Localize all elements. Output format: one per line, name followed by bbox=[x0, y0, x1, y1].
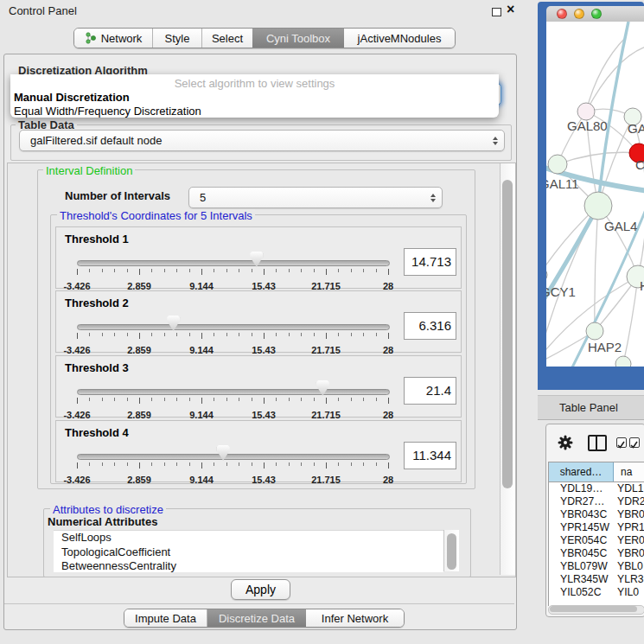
combo-stepper-icon bbox=[487, 134, 504, 148]
network-edge[interactable] bbox=[558, 152, 639, 164]
network-window-titlebar[interactable] bbox=[546, 6, 644, 22]
network-edge[interactable] bbox=[623, 277, 638, 364]
tab-impute-data[interactable]: Impute Data bbox=[124, 609, 207, 627]
columns-icon[interactable] bbox=[588, 435, 607, 451]
slider-tick-labels: -3.4262.8599.14415.4321.71528 bbox=[56, 339, 402, 349]
attributes-list-scrollbar[interactable] bbox=[443, 530, 459, 571]
dropdown-option-manual[interactable]: Manual Discretization bbox=[14, 91, 130, 104]
network-node-label: HAP2 bbox=[588, 340, 622, 354]
network-node-label: GCY1 bbox=[546, 284, 576, 299]
shared-name-cell[interactable]: YLR345W bbox=[549, 573, 613, 586]
network-edge[interactable] bbox=[598, 22, 628, 206]
algorithm-dropdown-popup: Select algorithm to view settings Manual… bbox=[10, 74, 499, 118]
tab-style[interactable]: Style bbox=[153, 29, 202, 48]
table-row[interactable]: YBL079WYBL0 bbox=[549, 560, 644, 573]
network-node[interactable] bbox=[548, 155, 567, 174]
table-horizontal-scrollbar-thumb[interactable] bbox=[550, 606, 637, 612]
table-row[interactable]: YIL052CYIL0 bbox=[549, 586, 644, 599]
name-cell[interactable]: YBR0 bbox=[613, 508, 644, 521]
network-node[interactable] bbox=[577, 103, 595, 120]
name-cell[interactable]: YER0 bbox=[613, 534, 644, 547]
checkbox-icon-2[interactable] bbox=[629, 437, 640, 448]
network-graph[interactable]: GAL80GACGAL11GAL4GCY1HHAP2 bbox=[546, 22, 644, 367]
zoom-traffic-light-icon[interactable] bbox=[591, 9, 602, 19]
close-traffic-light-icon[interactable] bbox=[557, 9, 567, 19]
table-row[interactable]: YPR145WYPR1 bbox=[549, 521, 644, 534]
table-row[interactable]: YBR045CYBR0 bbox=[549, 547, 644, 560]
threshold-2-value-field[interactable]: 6.316 bbox=[404, 312, 456, 340]
tab-infer-network-label: Infer Network bbox=[322, 612, 388, 625]
apply-button[interactable]: Apply bbox=[231, 579, 290, 600]
shared-name-cell[interactable]: YDL19… bbox=[549, 482, 613, 495]
vertical-scrollbar-thumb[interactable] bbox=[502, 180, 513, 488]
dropdown-option-equal-width[interactable]: Equal Width/Frequency Discretization bbox=[14, 105, 201, 118]
tab-select[interactable]: Select bbox=[202, 29, 252, 48]
threshold-1-value-field[interactable]: 14.713 bbox=[404, 248, 456, 276]
gear-icon[interactable] bbox=[558, 435, 573, 450]
column-header-shared-name[interactable]: shared… bbox=[549, 462, 614, 481]
name-cell[interactable]: YLR3 bbox=[613, 573, 644, 586]
shared-name-cell[interactable]: YDR27… bbox=[549, 495, 613, 508]
network-edge[interactable] bbox=[586, 46, 644, 112]
table-row[interactable]: YER054CYER0 bbox=[549, 534, 644, 547]
table-row[interactable]: YDL19…YDL1 bbox=[549, 482, 644, 495]
vertical-scrollbar[interactable] bbox=[500, 163, 515, 575]
network-node-label: GAL11 bbox=[546, 176, 579, 191]
threshold-2-slider[interactable]: -3.4262.8599.14415.4321.71528 bbox=[56, 291, 402, 352]
tab-infer-network[interactable]: Infer Network bbox=[306, 609, 404, 627]
network-node[interactable] bbox=[546, 267, 547, 283]
slider-track[interactable] bbox=[77, 389, 390, 395]
name-cell[interactable]: YIL0 bbox=[613, 586, 644, 599]
network-node[interactable] bbox=[615, 356, 631, 367]
shared-name-cell[interactable]: YIL052C bbox=[549, 586, 613, 599]
tab-discretize-data[interactable]: Discretize Data bbox=[207, 609, 306, 627]
tab-discretize-data-label: Discretize Data bbox=[219, 612, 295, 625]
minimize-traffic-light-icon[interactable] bbox=[574, 9, 584, 19]
name-cell[interactable]: YDR2 bbox=[613, 495, 644, 508]
shared-name-cell[interactable]: YBL079W bbox=[549, 560, 613, 573]
shared-name-cell[interactable]: YER054C bbox=[549, 534, 613, 547]
table-data-combobox[interactable]: galFiltered.sif default node bbox=[19, 130, 505, 151]
attribute-list-item[interactable]: SelfLoops bbox=[54, 531, 443, 545]
tab-cyni-toolbox[interactable]: Cyni Toolbox bbox=[252, 29, 344, 48]
network-node[interactable] bbox=[584, 192, 612, 220]
name-cell[interactable]: YDL1 bbox=[613, 482, 644, 495]
threshold-3-value-field[interactable]: 21.4 bbox=[404, 377, 456, 405]
panel-title: Control Panel bbox=[9, 4, 77, 17]
tab-network[interactable]: Network bbox=[74, 29, 153, 48]
name-cell[interactable]: YPR1 bbox=[613, 521, 644, 534]
shared-name-cell[interactable]: YBR043C bbox=[549, 508, 613, 521]
network-edge[interactable] bbox=[633, 117, 644, 277]
slider-track[interactable] bbox=[77, 324, 390, 330]
numerical-attributes-list[interactable]: SelfLoopsTopologicalCoefficientBetweenne… bbox=[54, 530, 443, 572]
name-cell[interactable]: YBL0 bbox=[613, 560, 644, 573]
threshold-3-slider[interactable]: -3.4262.8599.14415.4321.71528 bbox=[56, 356, 402, 417]
network-node[interactable] bbox=[586, 322, 603, 340]
threshold-panel-3: Threshold 3 -3.4262.8599.14415.4321.7152… bbox=[55, 355, 462, 418]
table-row[interactable]: YLR345WYLR3 bbox=[549, 573, 644, 586]
threshold-4-value-field[interactable]: 11.344 bbox=[404, 442, 456, 469]
float-window-icon[interactable] bbox=[492, 8, 501, 16]
shared-name-cell[interactable]: YPR145W bbox=[549, 521, 613, 534]
node-table-rows[interactable]: YDL19…YDL1YDR27…YDR2YBR043CYBR0YPR145WYP… bbox=[549, 482, 644, 606]
content-divider bbox=[4, 603, 514, 604]
threshold-1-slider[interactable]: -3.4262.8599.14415.4321.71528 bbox=[56, 227, 402, 288]
attribute-list-item[interactable]: BetweennessCentrality bbox=[54, 559, 443, 572]
number-of-intervals-combobox[interactable]: 5 bbox=[188, 187, 443, 208]
table-row[interactable]: YDR27…YDR2 bbox=[549, 495, 644, 508]
checkbox-icon-1[interactable] bbox=[616, 437, 627, 448]
close-icon[interactable]: × bbox=[507, 2, 514, 17]
threshold-4-slider[interactable]: -3.4262.8599.14415.4321.71528 bbox=[56, 421, 402, 481]
name-cell[interactable]: YBR0 bbox=[613, 547, 644, 560]
column-header-name[interactable]: na bbox=[614, 462, 644, 481]
slider-track[interactable] bbox=[77, 260, 390, 266]
network-icon bbox=[85, 32, 97, 44]
attributes-list-scrollbar-thumb[interactable] bbox=[447, 533, 456, 570]
tab-jactivemnodules[interactable]: jActiveMNodules bbox=[344, 29, 455, 48]
network-canvas[interactable]: GAL80GACGAL11GAL4GCY1HHAP2 bbox=[546, 22, 644, 367]
table-row[interactable]: YBR043CYBR0 bbox=[549, 508, 644, 521]
network-edge[interactable] bbox=[595, 206, 598, 331]
attribute-list-item[interactable]: TopologicalCoefficient bbox=[54, 545, 443, 560]
slider-track[interactable] bbox=[77, 454, 390, 460]
shared-name-cell[interactable]: YBR045C bbox=[549, 547, 613, 560]
